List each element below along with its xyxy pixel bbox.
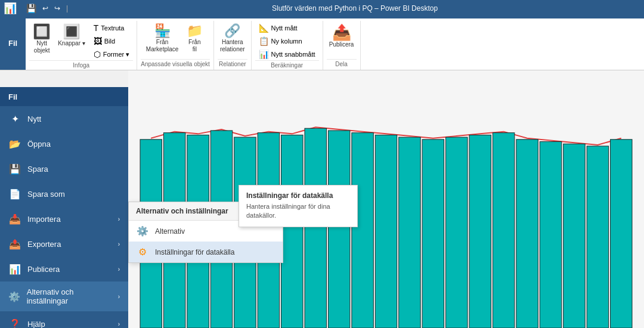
svg-rect-19: [587, 146, 608, 328]
svg-rect-10: [375, 135, 397, 328]
ribbon-btn-publicera[interactable]: 📤 Publicera: [327, 22, 357, 49]
ribbon-btn-former[interactable]: ⬡ Former ▾: [90, 48, 134, 60]
ribbon-group-label-berakningar: Beräkningar: [255, 60, 319, 70]
ribbon-group-berakningar: 📐 Nytt mått 📋 Ny kolumn 📊 Nytt snabbmått…: [252, 21, 323, 70]
window-title: Slutför värden med Python i PQ – Power B…: [70, 4, 639, 13]
ribbon-btn-fran-fil[interactable]: 📁 Frånfil: [182, 22, 207, 54]
submenu-item-installningar[interactable]: ⚙ Inställningar för datakälla: [129, 242, 283, 262]
redo-icon[interactable]: ↪: [52, 3, 63, 14]
spara-som-icon: 📄: [8, 187, 21, 200]
svg-rect-16: [516, 140, 538, 328]
alternativ-icon: ⚙️: [8, 290, 21, 303]
hjalp-icon: ❓: [8, 317, 21, 328]
hantera-relationer-icon: 🔗: [224, 24, 240, 38]
ribbon-group-items-dela: 📤 Publicera: [327, 22, 357, 59]
bild-icon: 🖼: [94, 36, 102, 46]
nytt-snabbmatt-icon: 📊: [259, 49, 269, 59]
file-menu-item-spara-som[interactable]: 📄 Spara som: [0, 181, 128, 206]
textruta-icon: T: [94, 23, 99, 33]
svg-rect-13: [446, 137, 467, 328]
spara-icon: 💾: [8, 162, 21, 175]
svg-rect-18: [564, 144, 585, 328]
ribbon-btn-hantera-relationer[interactable]: 🔗 Hanterarelationer: [218, 22, 247, 54]
ribbon-group-label-infoga: Infoga: [29, 60, 133, 70]
app-icon: 📊: [5, 3, 16, 14]
ribbon-group-infoga: 🔲 Nyttobjekt 🔳 Knappar ▾ T Textruta 🖼 Bi…: [26, 21, 137, 70]
ribbon-group-dela: 📤 Publicera Dela: [323, 21, 361, 70]
file-menu-item-alternativ[interactable]: ⚙️ Alternativ och inställningar ›: [0, 281, 128, 311]
ribbon-btn-nytt-matt[interactable]: 📐 Nytt mått: [255, 22, 319, 34]
ribbon-group-items-berakningar: 📐 Nytt mått 📋 Ny kolumn 📊 Nytt snabbmått: [255, 22, 319, 60]
tooltip-description: Hantera inställningar för dina datakällo…: [246, 202, 350, 221]
quick-access-toolbar[interactable]: 💾 ↩ ↪ |: [24, 2, 70, 14]
publicera-menu-icon: 📊: [8, 262, 21, 276]
svg-rect-20: [611, 140, 632, 328]
publicera-arrow: ›: [118, 266, 120, 273]
main-area: Fil ✦ Nytt 📂 Öppna 💾 Spara 📄 Spara som 📥…: [0, 70, 644, 328]
ribbon-group-relationer: 🔗 Hanterarelationer Relationer: [214, 21, 252, 70]
undo-icon[interactable]: ↩: [40, 3, 51, 14]
app-icon-group: 📊: [5, 3, 16, 14]
title-bar: 📊 💾 ↩ ↪ | Slutför värden med Python i PQ…: [0, 0, 644, 17]
svg-rect-7: [305, 128, 326, 328]
file-menu: Fil ✦ Nytt 📂 Öppna 💾 Spara 📄 Spara som 📥…: [0, 87, 128, 328]
publicera-icon: 📤: [332, 24, 351, 40]
svg-rect-17: [540, 142, 561, 328]
nytt-objekt-icon: 🔲: [33, 24, 51, 39]
svg-rect-9: [352, 133, 373, 328]
ribbon-group-label-visuella: Anpassade visuella objekt: [141, 59, 210, 69]
submenu-alternativ-icon: ⚙️: [136, 225, 149, 237]
svg-rect-8: [328, 131, 349, 328]
file-menu-item-oppna[interactable]: 📂 Öppna: [0, 131, 128, 156]
ribbon-group-items-infoga: 🔲 Nyttobjekt 🔳 Knappar ▾ T Textruta 🖼 Bi…: [29, 22, 133, 60]
exportera-icon: 📤: [8, 237, 21, 250]
ribbon-btn-knappar[interactable]: 🔳 Knappar ▾: [55, 22, 88, 48]
hjalp-arrow: ›: [118, 321, 120, 327]
exportera-arrow: ›: [118, 241, 120, 247]
tab-fil[interactable]: Fil: [0, 17, 26, 70]
ribbon-content: 🔲 Nyttobjekt 🔳 Knappar ▾ T Textruta 🖼 Bi…: [26, 17, 644, 70]
importera-arrow: ›: [118, 216, 120, 222]
importera-icon: 📥: [8, 212, 21, 225]
tooltip-title: Inställningar för datakälla: [246, 191, 350, 200]
ribbon-group-label-relationer: Relationer: [218, 59, 247, 69]
marketplace-icon: 🏪: [154, 24, 171, 38]
file-menu-item-hjalp[interactable]: ❓ Hjälp ›: [0, 311, 128, 328]
chart-area: [128, 70, 644, 328]
ribbon-group-label-dela: Dela: [327, 59, 357, 69]
ny-kolumn-icon: 📋: [259, 36, 269, 46]
ribbon-group-items-visuella: 🏪 FrånMarketplace 📁 Frånfil: [141, 22, 210, 59]
svg-rect-11: [399, 137, 420, 328]
svg-rect-12: [422, 140, 444, 328]
fran-fil-icon: 📁: [187, 24, 203, 38]
alternativ-arrow: ›: [118, 293, 120, 300]
nytt-matt-icon: 📐: [259, 23, 269, 33]
file-menu-item-exportera[interactable]: 📤 Exportera ›: [0, 231, 128, 256]
oppna-icon: 📂: [8, 137, 21, 150]
file-menu-item-importera[interactable]: 📥 Importera ›: [0, 206, 128, 231]
ribbon-btn-textruta[interactable]: T Textruta: [90, 22, 134, 34]
ribbon-group-visuella: 🏪 FrånMarketplace 📁 Frånfil Anpassade vi…: [137, 21, 214, 70]
file-menu-item-publicera[interactable]: 📊 Publicera ›: [0, 256, 128, 281]
svg-rect-14: [469, 135, 491, 328]
knappar-icon: 🔳: [63, 24, 80, 39]
ribbon-btn-ny-kolumn[interactable]: 📋 Ny kolumn: [255, 35, 319, 47]
svg-rect-15: [493, 133, 514, 328]
nytt-icon: ✦: [8, 112, 21, 125]
submenu-installningar-icon: ⚙: [136, 246, 149, 258]
ribbon-btn-bild[interactable]: 🖼 Bild: [90, 35, 134, 47]
ribbon: Fil 🔲 Nyttobjekt 🔳 Knappar ▾ T Textruta: [0, 17, 644, 70]
svg-rect-6: [281, 135, 303, 328]
former-icon: ⬡: [94, 49, 101, 59]
tooltip-installningar: Inställningar för datakälla Hantera inst…: [239, 185, 358, 227]
ribbon-btn-marketplace[interactable]: 🏪 FrånMarketplace: [144, 22, 181, 54]
ribbon-group-items-relationer: 🔗 Hanterarelationer: [218, 22, 247, 59]
file-menu-header: Fil: [0, 87, 128, 106]
ribbon-btn-nytt-snabbmatt[interactable]: 📊 Nytt snabbmått: [255, 48, 319, 60]
ribbon-btn-nytt-objekt[interactable]: 🔲 Nyttobjekt: [29, 22, 54, 55]
file-menu-item-nytt[interactable]: ✦ Nytt: [0, 106, 128, 131]
save-icon[interactable]: 💾: [24, 2, 39, 14]
bar-chart: [128, 70, 644, 328]
file-menu-item-spara[interactable]: 💾 Spara: [0, 156, 128, 181]
